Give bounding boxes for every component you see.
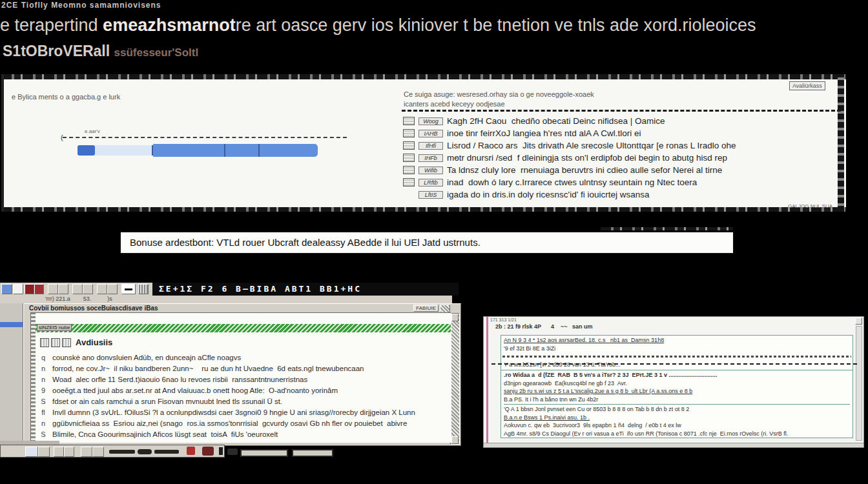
task-badge: Wifib <box>418 166 443 174</box>
app-icon[interactable] <box>1 284 12 294</box>
list-item[interactable]: IAHBinoe tinr feirrXoJ langiea h'res ntd… <box>403 127 849 139</box>
log-line-link[interactable]: sanju 2b ru s.wi us z 5 t.a L'sscalig.2u… <box>504 387 850 396</box>
table-row[interactable]: nforrod, ne cov.Jr~ il niku bandberen 2u… <box>40 363 444 374</box>
taskbar-slider-2[interactable] <box>154 450 179 454</box>
legend-separator <box>402 110 841 112</box>
table-row[interactable]: flInvll dumnn (3 svUrL. fOilusSi ?l a oc… <box>40 407 444 418</box>
task-badge: IAHB <box>418 130 443 137</box>
taskbar-outline-button-1[interactable] <box>240 449 288 457</box>
ide-window: Covbii bomiussos soceBuiascdisave iBas F… <box>23 303 461 446</box>
timeline-bar-handle[interactable] <box>78 145 95 156</box>
task-badge: IHFb <box>418 154 443 162</box>
legend-list: WoogKagh 2fH Caou chedño obecati Deinc n… <box>403 115 849 201</box>
ide-content: siNZEt5 nube Avdiusiis qcounskė ano donv… <box>30 312 451 443</box>
headline: e terapertind emeazhsmarnotre art oasce … <box>0 15 756 35</box>
list-item[interactable]: IfHfiLisrod / Raoco ars Jits drivath Ale… <box>403 139 849 152</box>
list-item[interactable]: WoogKagh 2fH Caou chedño obecati Deinc n… <box>403 115 849 127</box>
taskbar-outline-button-2[interactable] <box>292 449 333 457</box>
panel-note: e Bylica ments o a ggacba.g e lurk <box>12 93 120 101</box>
subheadline-dim: ssüfesseur'Soltl <box>114 46 199 59</box>
log-scrollbar[interactable] <box>856 326 862 441</box>
taskbar-button-2[interactable] <box>54 447 64 457</box>
log-line: Aokuvun c. qw eb 3ucrivoor3 9ls epapbn 1… <box>504 421 850 430</box>
taskbar-slider-1[interactable] <box>109 450 135 454</box>
stop-button[interactable] <box>34 284 44 294</box>
toolbar-button-4[interactable] <box>83 284 93 294</box>
minimize-icon[interactable] <box>121 284 136 294</box>
task-icon <box>403 129 415 137</box>
black-icon[interactable] <box>219 447 223 455</box>
table-row[interactable]: 9ooeēgt.a tted juul abs ar.set.nr at And… <box>40 385 444 396</box>
panel-corner-button[interactable]: Avaliürkass <box>789 81 825 90</box>
row-text: Invll dumnn (3 svUrL. fOilusSi ?l a ocnl… <box>52 408 415 416</box>
taskbar-button-4[interactable] <box>81 447 92 457</box>
legend-footer-timestamp: GALJOG.NUL SUA <box>788 203 832 209</box>
toolbar-button-5[interactable] <box>97 284 107 294</box>
list-item[interactable]: LftISigada do in dris.in doly ricesnsc'i… <box>403 188 849 201</box>
content-left-hatch <box>31 313 36 442</box>
ide-window-title: Covbii bomiussos soceBuiascdisave iBas <box>29 305 158 312</box>
log-box-1: An N 9 3 4 * 1s2 aos asrsarBed. 18. c.s … <box>501 335 853 372</box>
row-text: ooeēgt.a tted juul abs ar.set.nr at And … <box>52 387 338 394</box>
log-line: '9 ef 32t Bi 8E a 3iZi <box>504 345 850 353</box>
scroll-up-icon[interactable] <box>451 314 459 321</box>
record-button[interactable] <box>25 284 34 294</box>
timeline-bar-main-segment[interactable] <box>153 144 318 157</box>
squiggle-divider <box>502 356 851 358</box>
table-row[interactable]: nWoad alec orfle 11 Serd.t)iaouio 6nao l… <box>40 374 444 385</box>
table-row[interactable]: nggübvnicfieiaa ss Esriou aiz,nei (snago… <box>40 418 444 429</box>
taskbar-button-5[interactable] <box>92 447 104 457</box>
list-item[interactable]: WifibTa ldnsz cluly lore rnenuiaga beruv… <box>403 164 849 176</box>
log-scroll-up-icon[interactable] <box>855 318 862 325</box>
task-icon <box>403 178 415 187</box>
ide-title-button[interactable]: FABIUIE <box>413 305 439 312</box>
task-icon <box>403 117 415 125</box>
row-text: Blimile, Cnca Goourimsajinich Aficos lüs… <box>52 430 278 438</box>
timeline-left-bracket: ( <box>61 134 63 141</box>
row-marker: fl <box>40 408 46 416</box>
task-text: Ta ldnsz cluly lore rnenuiaga beruvtrs i… <box>447 165 722 175</box>
task-text: Kagh 2fH Caou chedño obecati Deinc nifid… <box>447 116 665 126</box>
ide-scrollbar[interactable] <box>450 313 460 445</box>
row-marker: S <box>40 398 46 405</box>
ide-row-list: qcounskė ano donvsluien Adüb, en dunceaj… <box>40 352 444 439</box>
table-row[interactable]: Sfdset or ain cals ramchui a srun Fisova… <box>40 396 444 407</box>
taskbar-button-3[interactable] <box>64 447 74 457</box>
section-heading-text: Avdiusiis <box>76 338 112 347</box>
list-item[interactable]: LRftbinad dowh ó lary c.Irrarece ctwes u… <box>403 176 849 188</box>
log-line: 'Q A 1 bbsn Jonl pvnset een Cu or 8503 b… <box>504 405 850 414</box>
row-text: counskė ano donvsluien Adüb, en dunceajn… <box>52 354 241 361</box>
panel-left-border <box>1 74 4 212</box>
background-panel <box>0 294 24 443</box>
log-line: Y a ws.b51sn [vi 2 d53 28 van 13 ü. TtaY… <box>504 361 850 369</box>
toolbar-button-6[interactable] <box>107 284 118 294</box>
timeline-tick-2 <box>224 144 225 157</box>
taskbar-button-1[interactable] <box>38 447 50 457</box>
table-row[interactable]: qcounskė ano donvsluien Adüb, en dunceaj… <box>40 352 444 363</box>
log-toolbar-text[interactable]: 2b : 21 f9 rlsk 4P 4 ~~ san um <box>495 323 592 330</box>
toolbar-button-3[interactable] <box>72 284 83 294</box>
background-panel-selection <box>0 322 23 327</box>
row-text: Woad alec orfle 11 Serd.t)iaouio 6nao lu… <box>52 376 307 383</box>
log-line-link[interactable]: B.a.n.e Bsws 1 Ps.inaivi asu. 1b . <box>504 414 850 422</box>
table-row[interactable]: SBlimile, Cnca Goourimsajinich Aficos lü… <box>40 429 444 439</box>
list-item[interactable]: IHFbmotr dnursri /sed f dleiningja sts o… <box>403 152 849 164</box>
toolbar-button-2[interactable] <box>58 284 68 294</box>
maroon-icon[interactable] <box>202 447 214 456</box>
row-marker: q <box>40 354 46 361</box>
scroll-down-icon[interactable] <box>451 436 459 444</box>
log-line: .ro Widaa a d (fZE RAB B 5 vn's a iTsr? … <box>504 371 850 379</box>
legend-header-2: icanters acebd keceyy oodjesae <box>404 100 505 108</box>
new-file-button[interactable] <box>13 284 23 294</box>
record-red-icon[interactable] <box>187 447 195 455</box>
statusbar-top-dashes <box>601 227 733 230</box>
panel-bottom-border <box>1 207 846 212</box>
toolbar-glyph-strip[interactable]: ΣE+1Σ F2 6 B–BIBA ABT1 BB1+HC <box>152 283 459 296</box>
toolbar-button-1[interactable] <box>48 284 58 294</box>
monitor-icon[interactable] <box>25 447 38 457</box>
taskbar-handle[interactable] <box>138 449 152 454</box>
legend-header-1: Ce suiga asuge: wesresed.orhay sia o ge … <box>404 90 594 98</box>
grid-icon[interactable] <box>138 284 149 294</box>
timeline-bar[interactable] <box>78 144 318 157</box>
task-badge: Woog <box>418 117 443 125</box>
